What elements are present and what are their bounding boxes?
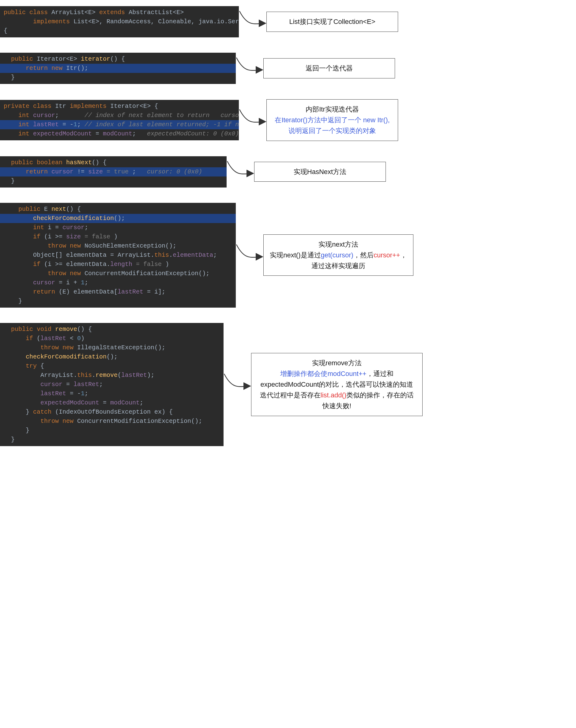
code-line: throw new IllegalStateException(); [0,343,224,352]
code-token [4,121,18,128]
arrow-icon [236,53,263,84]
code-line: private class Itr implements Iterator<E>… [0,102,239,111]
code-block: public class ArrayList<E> extends Abstra… [0,6,239,37]
code-token: = false [136,261,162,268]
code-token: (); [154,344,165,351]
annotation-text: 增删操作都会使modCount++ [280,370,366,377]
code-token: >, [95,18,107,25]
code-token: } [4,409,33,416]
code-token: < [66,335,77,342]
code-token: ) [162,261,169,268]
code-token: // index of next element to return curso… [85,112,239,119]
code-token [4,399,40,406]
code-token: (); [198,270,209,277]
code-token: E [62,288,66,296]
code-token [4,381,40,388]
annotation-text: 内部 [306,105,319,113]
annotation-line: 内部Itr实现迭代器 [273,104,392,115]
code-line: try { [0,362,224,371]
code-token: = - [66,390,81,397]
code-token: IndexOutOfBoundsException [59,409,151,416]
code-token: ) [81,335,85,342]
code-line: } [0,435,224,444]
code-token [4,130,18,137]
code-token: ) elementData[ [66,288,118,296]
code-token: < [140,103,143,110]
code-token: throw new [40,418,77,425]
annotation-line: 返回一个迭代器 [270,63,388,74]
code-token: ; [132,130,147,137]
arrow-icon [239,6,266,37]
code-token: public boolean [11,159,66,166]
code-token: modCount [103,130,132,137]
code-token: int [18,112,33,119]
code-line: cursor = lastRet; [0,380,224,389]
code-token: Iterator [37,55,66,62]
code-token: E [88,9,92,16]
code-token: Itr [55,103,66,110]
code-block: public void remove() { if (lastRet < 0) … [0,323,224,446]
code-token: java.io.Serializable [198,18,239,25]
code-token: < [88,18,92,25]
code-token: (i >= elementData. [44,261,110,268]
code-line: cursor = i + 1; [0,278,236,287]
code-token: lastRet [121,372,147,379]
code-token: ArrayList [52,9,85,16]
annotation-text: Itr [319,105,325,113]
code-line: } [0,73,236,82]
code-token: { [40,362,44,369]
code-token: if [26,335,37,342]
code-token: E [44,205,48,213]
code-token: this [154,252,169,259]
code-token: throw new [48,270,85,277]
code-token: 0 [77,335,81,342]
code-token: = true [107,168,128,175]
diagram-row: public class ArrayList<E> extends Abstra… [0,6,576,37]
arrow-icon [236,240,263,271]
code-token: next [52,205,66,213]
code-token: lastRet [40,335,66,342]
code-token: int [18,130,33,137]
code-token: length [110,261,136,268]
code-token: } [4,298,22,305]
code-token: > [74,55,81,62]
annotation-line: List接口实现了Collection<E> [273,16,392,27]
code-token: ; [85,279,88,286]
code-line: return cursor != size = true ; cursor: 0… [0,167,227,176]
code-token [4,261,33,268]
code-token: expectedModCount [33,130,92,137]
code-token: () { [92,159,107,166]
code-token [4,362,26,369]
annotation-text: 实现HasNext方法 [294,168,346,175]
code-token: int [18,121,33,128]
code-block: public E next() { checkForComodification… [0,203,236,308]
code-token: (); [77,65,88,72]
annotation-text: List接口实现了Collection<E> [289,18,375,25]
code-line: throw new ConcurrentModificationExceptio… [0,417,224,426]
arrow-icon [227,157,254,187]
code-line: throw new ConcurrentModificationExceptio… [0,269,236,278]
code-token: Itr [66,65,77,72]
code-token: = [99,399,110,406]
code-token [4,112,18,119]
code-token: NoSuchElementException [85,242,165,249]
code-token: < [85,9,88,16]
code-line: int lastRet = -1; // index of last eleme… [0,120,239,129]
code-token: (i >= [44,233,66,240]
code-line: return (E) elementData[lastRet = i]; [0,287,236,297]
annotation-text: list.add() [321,391,346,399]
code-token: ex) { [151,409,173,416]
code-token [4,224,33,231]
code-line: implements List<E>, RandomAccess, Clonea… [0,17,239,26]
code-line: public Iterator<E> iterator() { [0,55,236,64]
code-line: } catch (IndexOutOfBoundsException ex) { [0,408,224,417]
code-token: 1 [81,279,85,286]
code-token: = - [59,121,74,128]
code-token: 1 [74,121,77,128]
code-token: RandomAccess [107,18,151,25]
code-token: E [176,9,180,16]
annotation-line: 实现remove方法 [258,358,416,368]
code-token: (); [107,353,118,360]
code-token: } [4,74,15,81]
annotation-text: get(cursor) [321,251,353,259]
